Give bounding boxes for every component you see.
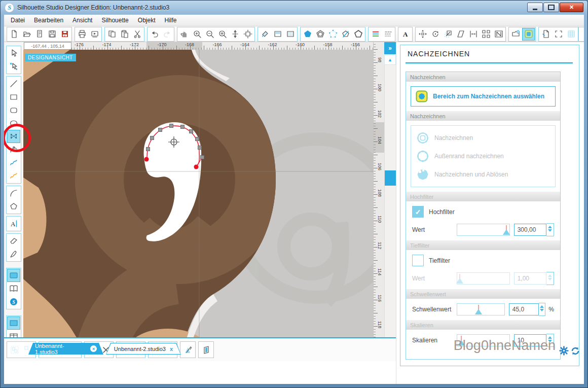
pan-button[interactable] (178, 28, 191, 41)
highpass-checkbox[interactable]: ✓ (412, 206, 424, 218)
copy-button[interactable] (105, 28, 118, 41)
drawing-canvas[interactable]: DESIGNANSICHT (23, 50, 373, 354)
settings-gear-icon[interactable] (559, 346, 569, 356)
vertical-scroll-thumb[interactable] (385, 170, 396, 186)
edit-points-button[interactable] (7, 60, 20, 73)
minimize-button[interactable] (527, 3, 543, 12)
lowpass-checkbox[interactable] (412, 255, 424, 266)
menu-hilfe[interactable]: Hilfe (160, 16, 181, 25)
threshold-spinner[interactable] (539, 303, 545, 316)
text-tool-button[interactable]: A (7, 217, 20, 230)
draw-line-button[interactable] (7, 77, 20, 90)
canvas-area[interactable]: -176-174-172-170-168-166-164-162-160-158… (23, 42, 373, 361)
lowpass-spinner[interactable] (546, 272, 554, 285)
sync-icon[interactable] (570, 345, 581, 357)
shape-sketch-icon (341, 29, 350, 39)
fill-color-button[interactable] (259, 28, 271, 41)
shape-line-button[interactable] (314, 28, 326, 41)
zoom-out-button[interactable] (203, 28, 216, 41)
trace-outer-edge-button[interactable]: Außenrand nachzeichnen (411, 147, 555, 165)
knife-button[interactable] (7, 248, 20, 261)
title-bar[interactable]: S Silhouette Studio Designer Edition: Un… (1, 1, 587, 15)
lowpass-value[interactable]: 1,00 (514, 272, 547, 285)
library-document-button[interactable] (33, 28, 46, 41)
draw-area-button[interactable] (7, 269, 20, 282)
shape-sketch-button[interactable] (339, 28, 352, 41)
draw-freehand-button[interactable] (7, 156, 20, 169)
draw-polygon-button[interactable] (7, 130, 20, 143)
draw-regular-polygon-button[interactable] (7, 200, 20, 213)
print-button[interactable] (76, 28, 88, 41)
tab-document-2[interactable]: Unbenannt-2.studio3x (106, 343, 181, 355)
highpass-value[interactable]: 300,00 (514, 224, 547, 236)
highpass-spinner[interactable] (546, 223, 554, 236)
sketch-tool-button[interactable] (199, 342, 213, 357)
cut-button[interactable] (131, 28, 143, 41)
paste-button[interactable] (118, 28, 131, 41)
threshold-slider[interactable] (457, 303, 505, 315)
show-grid-button[interactable] (565, 28, 577, 41)
new-document-button[interactable] (8, 28, 20, 41)
menu-bearbeiten[interactable]: Bearbeiten (29, 16, 68, 25)
draw-arc-button[interactable] (7, 187, 20, 200)
toolbar-overflow-button[interactable] (579, 28, 584, 41)
library-button[interactable] (7, 282, 20, 295)
draw-smooth-freehand-button[interactable] (7, 169, 20, 183)
draw-curve-button[interactable] (7, 143, 20, 156)
menu-silhouette[interactable]: Silhouette (97, 16, 133, 25)
eraser-button[interactable] (7, 234, 20, 248)
tab-close-icon[interactable]: × (90, 345, 97, 352)
select-trace-area-button[interactable]: Bereich zum Nachzeichnen auswählen (411, 86, 556, 107)
save-to-library-button[interactable]: id (58, 28, 71, 41)
transform-shear-button[interactable] (454, 28, 467, 41)
maximize-button[interactable] (543, 3, 559, 12)
trace-button[interactable]: Nachzeichnen (411, 129, 555, 147)
transform-replicate-button[interactable] (480, 28, 492, 41)
highpass-slider[interactable] (457, 224, 510, 236)
draw-rounded-rectangle-button[interactable] (7, 103, 20, 117)
transform-align-button[interactable] (416, 28, 429, 41)
open-file-button[interactable] (20, 28, 33, 41)
menu-ansicht[interactable]: Ansicht (68, 16, 97, 25)
registration-marks-button[interactable] (552, 28, 565, 41)
store-button[interactable]: S (7, 295, 20, 308)
panel-toggle-button[interactable]: » (384, 42, 396, 54)
vertical-scrollbar[interactable] (384, 65, 396, 344)
send-to-silhouette-button[interactable] (88, 28, 101, 41)
select-arrow-button[interactable] (7, 47, 20, 60)
shape-fill-button[interactable] (301, 28, 314, 41)
tab-close-icon[interactable]: x (170, 346, 173, 352)
transform-rotate-button[interactable] (429, 28, 442, 41)
tab-document-1[interactable]: Unbenannt-1.studio3× (28, 343, 103, 355)
draw-ellipse-button[interactable] (7, 117, 20, 130)
view-single-button[interactable] (7, 316, 20, 330)
text-style-button[interactable]: A (399, 28, 412, 41)
drag-zoom-button[interactable] (229, 28, 241, 41)
fill-pattern-button[interactable] (284, 28, 297, 41)
close-button[interactable]: ✕ (560, 3, 583, 12)
menu-datei[interactable]: Datei (6, 16, 29, 25)
menu-objekt[interactable]: Objekt (133, 16, 160, 25)
draw-rectangle-button[interactable] (7, 90, 20, 103)
page-setup-button[interactable] (539, 28, 552, 41)
undo-button[interactable] (148, 28, 161, 41)
fit-to-page-button[interactable] (241, 28, 254, 41)
zoom-selection-button[interactable] (216, 28, 229, 41)
scroll-up-button[interactable]: ▲ (384, 55, 396, 65)
transform-nest-button[interactable] (492, 28, 505, 41)
horizontal-ruler: -176-174-172-170-168-166-164-162-160-158… (23, 42, 373, 50)
transform-scale-button[interactable] (442, 28, 454, 41)
lowpass-slider[interactable] (457, 272, 510, 285)
pixscan-button[interactable]: M (509, 28, 522, 41)
threshold-value[interactable]: 45,0 (509, 303, 539, 315)
shape-points-button[interactable] (326, 28, 339, 41)
line-style-button[interactable] (382, 28, 394, 41)
zoom-in-button[interactable] (191, 28, 203, 41)
trace-button[interactable] (522, 28, 535, 41)
transform-spacing-button[interactable] (467, 28, 480, 41)
line-color-button[interactable] (369, 28, 382, 41)
save-button[interactable] (46, 28, 58, 41)
trace-and-detach-button[interactable]: Nachzeichnen und Ablösen (411, 165, 555, 184)
shape-outline-button[interactable] (352, 28, 364, 41)
fill-gradient-button[interactable] (271, 28, 284, 41)
